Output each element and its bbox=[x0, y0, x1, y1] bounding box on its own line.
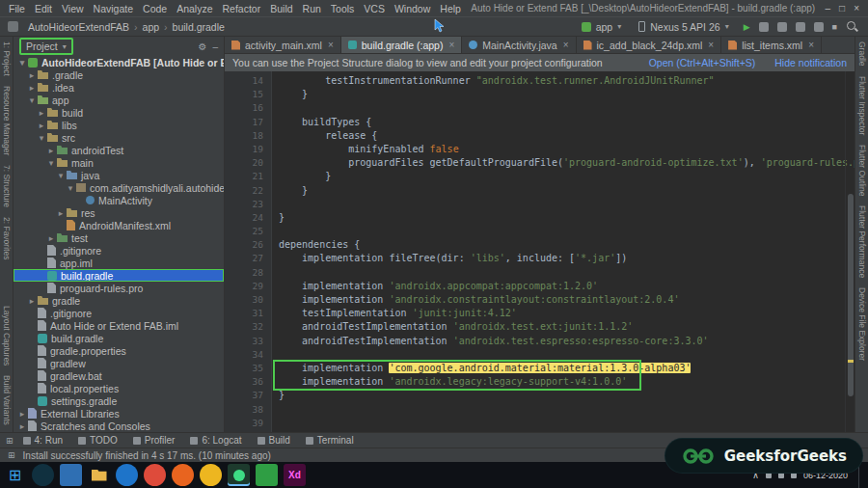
search-everywhere-button[interactable] bbox=[846, 20, 858, 33]
menu-analyze[interactable]: Analyze bbox=[172, 3, 217, 14]
taskbar-app-icon-2[interactable] bbox=[116, 464, 138, 486]
debug-button[interactable] bbox=[777, 22, 787, 32]
code-line-25[interactable]: 25 bbox=[225, 225, 854, 238]
chevron-down-icon[interactable]: ▾ bbox=[17, 58, 27, 68]
tool-window-button-4-run[interactable]: 4: Run bbox=[23, 435, 63, 446]
tool-window-button-device-file-explorer[interactable]: Device File Explorer bbox=[857, 287, 867, 361]
show-desktop-button[interactable] bbox=[858, 462, 862, 488]
breadcrumb-item-build-gradle[interactable]: build.gradle bbox=[171, 21, 227, 33]
tree-item-local-properties[interactable]: local.properties bbox=[14, 382, 224, 394]
status-grid-icon[interactable]: ⊞ bbox=[8, 450, 15, 460]
tree-item-autohideorextendfab-auto-hide-or-extend-f[interactable]: ▾AutoHideorExtendFAB [Auto Hide or Exten… bbox=[14, 56, 224, 68]
chevron-right-icon[interactable]: ▸ bbox=[27, 296, 37, 306]
code-line-23[interactable]: 23 bbox=[225, 198, 854, 211]
hide-notification-link[interactable]: Hide notification bbox=[774, 57, 847, 68]
code-line-22[interactable]: 22 } bbox=[225, 184, 854, 198]
code-line-37[interactable]: 37} bbox=[225, 389, 854, 402]
code-line-39[interactable]: 39 bbox=[225, 417, 854, 430]
tool-window-button-profiler[interactable]: Profiler bbox=[133, 435, 176, 446]
hide-panel-icon[interactable]: – bbox=[212, 41, 218, 52]
breadcrumb-item-autohideorextendfab[interactable]: AutoHideorExtendFAB bbox=[26, 21, 131, 33]
tree-item-gradle[interactable]: ▸gradle bbox=[14, 294, 224, 307]
tree-item-libs[interactable]: ▸libs bbox=[14, 119, 224, 131]
chevron-right-icon[interactable]: ▸ bbox=[17, 421, 27, 431]
tree-item-proguard-rules-pro[interactable]: proguard-rules.pro bbox=[14, 282, 224, 294]
firefox-icon[interactable] bbox=[172, 464, 194, 486]
code-line-14[interactable]: 14 testInstrumentationRunner "androidx.t… bbox=[225, 74, 854, 88]
tree-item-gitignore[interactable]: .gitignore bbox=[14, 244, 224, 257]
tree-item-scratches-and-consoles[interactable]: ▸Scratches and Consoles bbox=[14, 420, 224, 432]
code-line-19[interactable]: 19 minifyEnabled false bbox=[225, 143, 854, 156]
scrollbar-thumb[interactable] bbox=[848, 194, 854, 395]
code-line-29[interactable]: 29 implementation 'androidx.appcompat:ap… bbox=[225, 280, 854, 293]
tree-item-gradlew[interactable]: gradlew bbox=[14, 357, 224, 369]
menu-edit[interactable]: Edit bbox=[30, 3, 57, 14]
project-view-selector[interactable]: Project ▾ bbox=[19, 38, 73, 55]
tool-window-button-2-favorites[interactable]: 2: Favorites bbox=[2, 217, 12, 259]
taskbar-app-icon-1[interactable] bbox=[60, 464, 82, 486]
menu-view[interactable]: View bbox=[57, 3, 89, 14]
menu-navigate[interactable]: Navigate bbox=[89, 3, 138, 14]
code-line-27[interactable]: 27 implementation fileTree(dir: 'libs', … bbox=[225, 252, 854, 265]
tool-window-button-flutter-performance[interactable]: Flutter Performance bbox=[857, 205, 867, 278]
menu-window[interactable]: Window bbox=[390, 3, 435, 14]
chevron-right-icon[interactable]: ▸ bbox=[17, 409, 27, 419]
tree-item-src[interactable]: ▾src bbox=[14, 131, 224, 144]
tool-window-switcher-icon[interactable]: ⊞ bbox=[6, 436, 14, 446]
tool-window-button-7-structure[interactable]: 7: Structure bbox=[2, 165, 12, 207]
close-icon[interactable]: × bbox=[854, 3, 859, 14]
chevron-right-icon[interactable]: ▸ bbox=[37, 108, 46, 118]
menu-refactor[interactable]: Refactor bbox=[218, 3, 266, 14]
tool-window-button-build-variants[interactable]: Build Variants bbox=[2, 375, 12, 425]
tree-item-build[interactable]: ▸build bbox=[14, 106, 224, 119]
menu-help[interactable]: Help bbox=[435, 3, 466, 14]
code-line-34[interactable]: 34 bbox=[225, 348, 854, 362]
menu-run[interactable]: Run bbox=[298, 3, 326, 14]
tab-ic-add-black-24dp-xml[interactable]: ic_add_black_24dp.xml× bbox=[577, 37, 722, 53]
apply-changes-button[interactable] bbox=[759, 22, 769, 32]
chevron-right-icon[interactable]: ▸ bbox=[46, 146, 56, 155]
code-line-26[interactable]: 26dependencies { bbox=[225, 238, 854, 252]
tray-icon[interactable] bbox=[791, 473, 797, 478]
menu-vcs[interactable]: VCS bbox=[359, 3, 390, 14]
tray-icon[interactable] bbox=[778, 473, 784, 478]
tool-window-button-build[interactable]: Build bbox=[258, 435, 290, 446]
chevron-right-icon[interactable]: ▸ bbox=[37, 121, 46, 130]
start-button[interactable]: ⊞ bbox=[4, 464, 26, 486]
code-line-35[interactable]: 35 implementation 'com.google.android.ma… bbox=[225, 362, 854, 375]
file-explorer-icon[interactable] bbox=[88, 464, 110, 486]
minimize-icon[interactable]: – bbox=[826, 3, 831, 14]
menu-tools[interactable]: Tools bbox=[326, 3, 360, 14]
tab-list-items-xml[interactable]: list_items.xml× bbox=[721, 37, 822, 53]
code-area[interactable]: 14 testInstrumentationRunner "androidx.t… bbox=[225, 71, 854, 432]
chevron-down-icon[interactable]: ▾ bbox=[46, 158, 56, 168]
tree-item-build-gradle[interactable]: build.gradle bbox=[14, 269, 224, 282]
editor-scrollbar[interactable] bbox=[845, 71, 854, 432]
close-tab-icon[interactable]: × bbox=[563, 40, 569, 50]
chevron-right-icon[interactable]: ▸ bbox=[27, 83, 37, 93]
maximize-icon[interactable]: □ bbox=[839, 3, 845, 14]
code-line-31[interactable]: 31 testImplementation 'junit:junit:4.12' bbox=[225, 307, 854, 320]
taskbar-app-icon-3[interactable] bbox=[200, 464, 222, 486]
close-tab-icon[interactable]: × bbox=[808, 40, 814, 50]
settings-gear-icon[interactable]: ⚙ bbox=[198, 41, 206, 52]
taskbar-app-icon-4[interactable] bbox=[256, 464, 278, 486]
chevron-right-icon[interactable]: ▸ bbox=[46, 233, 56, 243]
profiler-button[interactable] bbox=[796, 22, 805, 32]
code-line-17[interactable]: 17 buildTypes { bbox=[225, 116, 854, 129]
run-button[interactable]: ▶ bbox=[744, 22, 750, 32]
run-configuration-selector[interactable]: app ▾ bbox=[577, 21, 627, 33]
menu-file[interactable]: File bbox=[4, 3, 30, 14]
chevron-down-icon[interactable]: ▾ bbox=[56, 171, 66, 180]
code-line-24[interactable]: 24} bbox=[225, 211, 854, 225]
tree-item-app[interactable]: ▾app bbox=[14, 94, 224, 106]
tree-item-idea[interactable]: ▸.idea bbox=[14, 81, 224, 94]
tree-item-gradle-properties[interactable]: gradle.properties bbox=[14, 344, 224, 357]
stop-button[interactable]: ■ bbox=[832, 22, 837, 32]
code-line-28[interactable]: 28 bbox=[225, 266, 854, 280]
attach-debugger-button[interactable] bbox=[814, 22, 824, 32]
tree-item-test[interactable]: ▸test bbox=[14, 231, 224, 244]
tree-item-androidmanifest-xml[interactable]: AndroidManifest.xml bbox=[14, 219, 224, 231]
code-line-32[interactable]: 32 androidTestImplementation 'androidx.t… bbox=[225, 320, 854, 334]
breadcrumb-item-app[interactable]: app bbox=[141, 21, 162, 33]
